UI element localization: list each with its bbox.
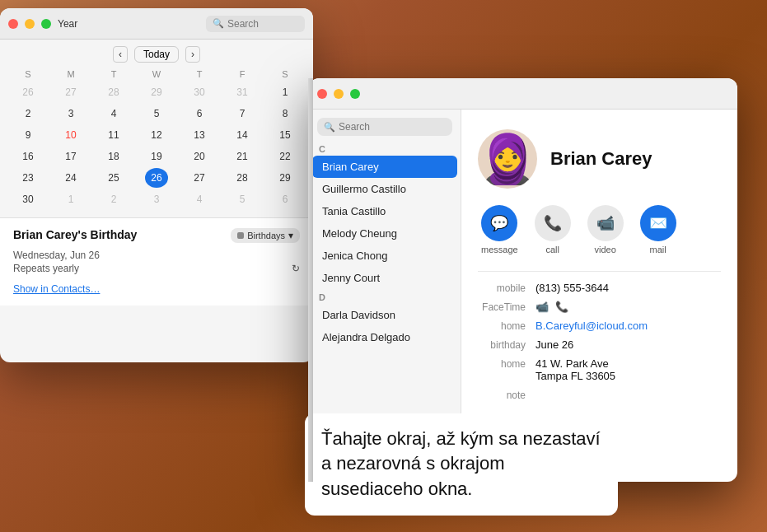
cal-day[interactable]: 10 <box>59 125 82 145</box>
field-home-address: home 41 W. Park AveTampa FL 33605 <box>478 357 721 382</box>
calendar-week-1: 26 27 28 29 30 31 1 <box>7 82 306 102</box>
cal-day[interactable]: 8 <box>274 104 297 124</box>
cal-day[interactable]: 18 <box>102 147 125 166</box>
cal-day[interactable]: 20 <box>188 147 211 166</box>
field-value-mobile: (813) 555-3644 <box>535 282 721 294</box>
field-value-facetime: 📹 📞 <box>535 301 721 313</box>
caption-text: Ťahajte okraj, až kým sa nezastaví a nez… <box>321 427 601 502</box>
event-title: Brian Carey's Birthday <box>13 228 137 241</box>
message-icon-circle: 💬 <box>481 205 517 241</box>
cal-day[interactable]: 3 <box>145 189 168 209</box>
cal-day[interactable]: 12 <box>145 125 168 145</box>
cal-day[interactable]: 5 <box>231 189 254 209</box>
close-button[interactable] <box>8 19 18 29</box>
cal-day[interactable]: 1 <box>274 82 297 102</box>
cal-day[interactable]: 9 <box>16 125 40 145</box>
cal-day[interactable]: 5 <box>145 104 168 124</box>
section-header-d: D <box>309 289 461 304</box>
show-in-contacts-link[interactable]: Show in Contacts… <box>13 283 100 295</box>
cal-day[interactable]: 21 <box>231 147 254 166</box>
cal-day[interactable]: 29 <box>145 82 168 102</box>
cal-day[interactable]: 29 <box>274 168 297 188</box>
video-icon: 📹 <box>596 214 615 232</box>
cal-day[interactable]: 4 <box>102 104 125 124</box>
prev-month-button[interactable]: ‹ <box>113 46 128 63</box>
year-view-button[interactable]: Year <box>58 18 77 30</box>
next-month-button[interactable]: › <box>185 46 200 63</box>
contacts-search-container[interactable]: 🔍 <box>317 118 452 136</box>
contact-item-darla-davidson[interactable]: Darla Davidson <box>312 304 457 326</box>
field-mobile: mobile (813) 555-3644 <box>478 282 721 294</box>
contacts-titlebar <box>309 78 737 110</box>
contact-item-jenica-chong[interactable]: Jenica Chong <box>312 245 457 267</box>
contact-item-jenny-court[interactable]: Jenny Court <box>312 267 457 289</box>
calendar-week-6: 30 1 2 3 4 5 6 <box>7 189 306 209</box>
field-label-facetime: FaceTime <box>478 301 535 313</box>
cal-day[interactable]: 3 <box>59 104 82 124</box>
contact-name-large: Brian Carey <box>550 148 652 170</box>
cal-day[interactable]: 22 <box>274 147 297 166</box>
message-action-button[interactable]: 💬 message <box>481 205 518 254</box>
call-icon: 📞 <box>544 214 562 232</box>
field-label-note: note <box>478 389 535 401</box>
contact-item-alejandra-delgado[interactable]: Alejandra Delgado <box>312 326 457 348</box>
field-value-birthday: June 26 <box>535 338 721 351</box>
mail-action-label: mail <box>650 245 666 254</box>
video-action-button[interactable]: 📹 video <box>587 205 624 254</box>
calendar-weekday-headers: S M T W T F S <box>7 69 306 79</box>
video-action-label: video <box>594 245 615 254</box>
contacts-minimize-button[interactable] <box>334 89 344 99</box>
today-button[interactable]: Today <box>134 46 179 63</box>
cal-day[interactable]: 1 <box>59 189 82 209</box>
contacts-fullscreen-button[interactable] <box>350 89 360 99</box>
cal-day[interactable]: 6 <box>274 189 297 209</box>
minimize-button[interactable] <box>25 19 35 29</box>
calendar-week-5: 23 24 25 26 27 28 29 <box>7 168 306 188</box>
cal-day[interactable]: 11 <box>102 125 125 145</box>
cal-day[interactable]: 28 <box>102 82 125 102</box>
cal-day[interactable]: 30 <box>16 189 40 209</box>
mail-action-button[interactable]: ✉️ mail <box>640 205 676 254</box>
facetime-phone-icon[interactable]: 📞 <box>555 301 568 313</box>
cal-day[interactable]: 14 <box>231 125 254 145</box>
cal-day[interactable]: 7 <box>231 104 254 124</box>
call-action-button[interactable]: 📞 call <box>535 205 571 254</box>
event-date: Wednesday, Jun 26 <box>13 250 300 261</box>
contact-item-brian-carey[interactable]: Brian Carey <box>312 156 457 178</box>
cal-day[interactable]: 30 <box>188 82 211 102</box>
cal-day[interactable]: 2 <box>102 189 125 209</box>
avatar: 🧕 <box>478 129 537 189</box>
contact-actions: 💬 message 📞 call 📹 video ✉️ ma <box>478 205 721 254</box>
contacts-close-button[interactable] <box>317 89 327 99</box>
calendar-grid: ‹ Today › S M T W T F S 26 27 28 29 30 3… <box>0 40 313 217</box>
calendar-search-input[interactable] <box>227 18 302 30</box>
field-label-birthday: birthday <box>478 338 535 351</box>
cal-day[interactable]: 28 <box>231 168 254 188</box>
cal-day[interactable]: 27 <box>188 168 211 188</box>
cal-day[interactable]: 26 <box>16 82 40 102</box>
fullscreen-button[interactable] <box>41 19 51 29</box>
facetime-video-icon[interactable]: 📹 <box>535 301 549 313</box>
cal-day[interactable]: 13 <box>188 125 211 145</box>
cal-day[interactable]: 15 <box>274 125 297 145</box>
window-resize-handle[interactable] <box>308 78 313 482</box>
contacts-search-input[interactable] <box>339 121 437 133</box>
cal-day[interactable]: 25 <box>102 168 125 188</box>
cal-day[interactable]: 4 <box>188 189 211 209</box>
cal-day[interactable]: 27 <box>59 82 82 102</box>
cal-day[interactable]: 23 <box>16 168 40 188</box>
field-value-home-email[interactable]: B.Careyful@icloud.com <box>535 320 721 332</box>
cal-day[interactable]: 19 <box>145 147 168 166</box>
cal-day-selected[interactable]: 26 <box>145 168 168 188</box>
contact-item-melody-cheung[interactable]: Melody Cheung <box>312 222 457 245</box>
cal-day[interactable]: 6 <box>188 104 211 124</box>
cal-day[interactable]: 31 <box>231 82 254 102</box>
contact-item-tania-castillo[interactable]: Tania Castillo <box>312 200 457 222</box>
cal-day[interactable]: 16 <box>16 147 40 166</box>
contact-item-guillermo-castillo[interactable]: Guillermo Castillo <box>312 178 457 200</box>
cal-day[interactable]: 2 <box>16 104 40 124</box>
calendar-search[interactable]: 🔍 <box>206 16 305 32</box>
cal-day[interactable]: 24 <box>59 168 82 188</box>
cal-day[interactable]: 17 <box>59 147 82 166</box>
contact-fields: mobile (813) 555-3644 FaceTime 📹 📞 home … <box>478 271 721 401</box>
